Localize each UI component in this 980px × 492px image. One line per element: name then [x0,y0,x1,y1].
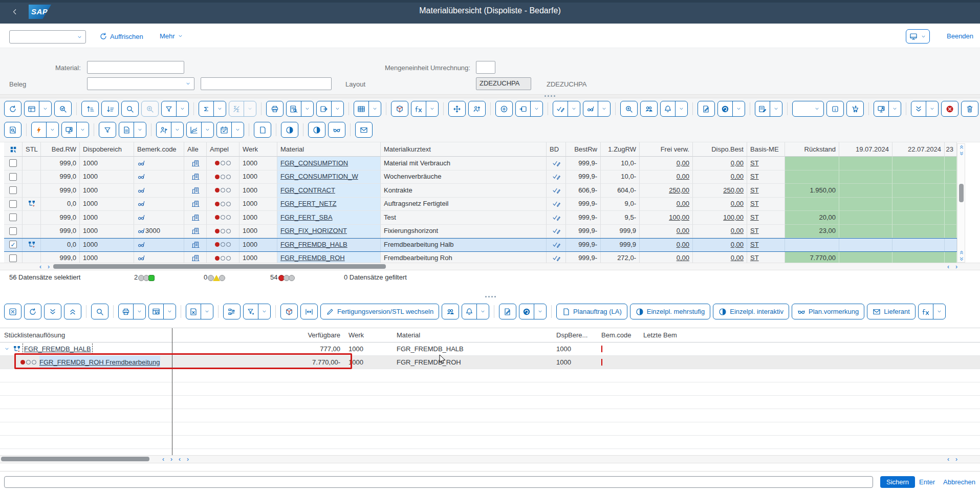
scroll-right-icon[interactable]: › [953,264,960,270]
delete-button[interactable] [961,101,978,117]
traffic-light-red-icon[interactable] [215,242,231,247]
table-row-selected[interactable]: ✓ 0,0 1000 1000 FGR_FREMDB_HALB Fremdbea… [4,238,957,252]
save-button[interactable]: Sichern [880,476,915,488]
row-checkbox-checked[interactable]: ✓ [9,241,17,248]
col-rueckstand[interactable]: Rückstand [785,142,839,157]
filter-button[interactable] [243,304,271,319]
scroll-left-icon[interactable]: ‹ [176,456,183,462]
doc-search-button[interactable] [4,122,21,138]
traffic-light-red-icon[interactable] [215,215,231,220]
scroll-right-icon[interactable]: › [953,456,960,462]
scrollbar-thumb[interactable] [53,264,386,269]
scroll-right-icon[interactable]: › [45,264,52,270]
print-button[interactable] [266,101,284,117]
dispo-best-link[interactable]: 0,00 [731,252,744,263]
plant-building-icon[interactable] [191,173,200,181]
glasses-pencil-icon[interactable] [137,186,145,195]
check-change-button[interactable] [553,101,580,117]
glasses-pencil-icon[interactable] [137,254,145,262]
scroll-up-icon[interactable] [957,249,966,255]
lieferant-button[interactable]: Lieferant [867,304,916,319]
check-pencil-icon[interactable] [552,159,560,167]
scroll-left-icon[interactable]: ‹ [945,456,952,462]
traffic-light-red-icon[interactable] [215,175,231,179]
glasses-pencil-icon[interactable] [137,173,145,181]
planauftrag-button[interactable]: Planauftrag (LA) [556,304,627,319]
column-width-button[interactable] [300,304,318,319]
col-stl[interactable]: STL [23,142,41,157]
sort-descending-button[interactable] [101,101,119,117]
traffic-light-red-icon[interactable] [215,202,231,206]
material-link[interactable]: FGR_FERT_NETZ [280,198,337,211]
globe1-button[interactable] [281,122,298,138]
move-button[interactable] [448,101,466,117]
traffic-light-red-icon[interactable] [215,229,231,233]
scroll-right-icon[interactable]: › [184,456,191,462]
beleg-input[interactable] [201,77,332,90]
col-date1[interactable]: 19.07.2024 [839,142,892,157]
col-verfuegbare[interactable]: Verfügbare [168,328,344,342]
mail-button[interactable] [355,122,373,138]
display-change-button[interactable] [583,101,611,117]
col-bemerkcode[interactable]: Bemerk.code [134,142,184,157]
note-button[interactable] [499,304,516,319]
material-link[interactable]: FGR_FREMDB_ROH [280,252,345,263]
select-all-header[interactable] [4,142,23,157]
export-button[interactable] [316,101,344,117]
notify-button[interactable] [660,101,688,117]
material-link[interactable]: FGR_FREMDB_HALB [280,239,347,251]
expand-all-button[interactable] [64,304,81,319]
material-link[interactable]: FGR_FERT_SBA [280,211,333,224]
plant-building-icon[interactable] [191,213,200,222]
globe2-button[interactable] [308,122,325,138]
col-dispobest[interactable]: Dispo.Best [693,142,747,157]
find-button[interactable] [121,101,139,117]
plant-building-icon[interactable] [191,241,200,249]
col-date3[interactable]: 23 [945,142,957,157]
change-person-button[interactable] [468,101,486,117]
col-date2[interactable]: 22.07.2024 [892,142,945,157]
check-pencil-icon[interactable] [552,213,560,222]
material-cube-button[interactable] [280,304,298,319]
order-cart-button[interactable] [846,101,864,117]
table-row[interactable]: 0,0 1000 1000 FGR_FERT_NETZ Auftragsnetz… [4,198,957,211]
frei-verw-link[interactable]: 0,00 [677,252,689,263]
layout-field[interactable]: ZDEZUCHPA [476,77,531,90]
dispo-best-link[interactable]: 250,00 [723,184,744,197]
check-pencil-icon[interactable] [552,241,560,249]
col-dispobereich[interactable]: Dispobereich [80,142,134,157]
splitter-grip-icon[interactable] [485,296,496,297]
plan-vormerkung-button[interactable]: Plan.vormerkung [792,304,864,319]
scrollbar-thumb[interactable] [1,457,149,461]
plant-building-icon[interactable] [191,254,200,262]
close-grid-button[interactable] [4,304,21,319]
create-button[interactable] [495,101,513,117]
material-cube-button[interactable] [391,101,408,117]
unit-conversion-input[interactable] [476,61,495,74]
col-werk[interactable]: Werk [239,142,277,157]
check-pencil-icon[interactable] [552,227,560,235]
bom-row[interactable]: FGR_FREMDB_ROH Fremdbearbeitung 7.770,00… [0,356,980,369]
horizontal-scrollbar[interactable]: ‹ › ‹ › [0,263,980,270]
col-dspbereich[interactable]: DspBere... [552,328,597,342]
col-bemcode[interactable]: Bem.code [597,328,639,342]
basis-me-link[interactable]: ST [750,211,759,224]
more-menu-button[interactable]: Mehr [160,32,183,40]
basis-me-link[interactable]: ST [750,239,759,251]
col-bedrw[interactable]: Bed.RW [41,142,80,157]
command-input[interactable] [4,476,873,488]
refresh-remote-button[interactable] [717,101,745,117]
check-pencil-icon[interactable] [552,173,560,181]
refresh-menu-button[interactable]: Auffrischen [99,32,143,40]
col-materialkurztext[interactable]: Materialkurztext [381,142,547,157]
activ-button[interactable] [31,122,59,138]
frei-verw-link[interactable]: 0,00 [677,198,689,211]
people-button[interactable] [640,101,658,117]
bom-hierarchy-icon[interactable] [28,241,36,249]
formula-button[interactable] [411,101,439,117]
expand-all-button[interactable] [911,101,939,117]
exit-button[interactable]: Beenden [947,32,973,40]
remove-doc-button[interactable] [186,304,213,319]
traffic-light-red-icon[interactable] [215,256,231,261]
traffic-light-red-icon[interactable] [215,161,231,165]
